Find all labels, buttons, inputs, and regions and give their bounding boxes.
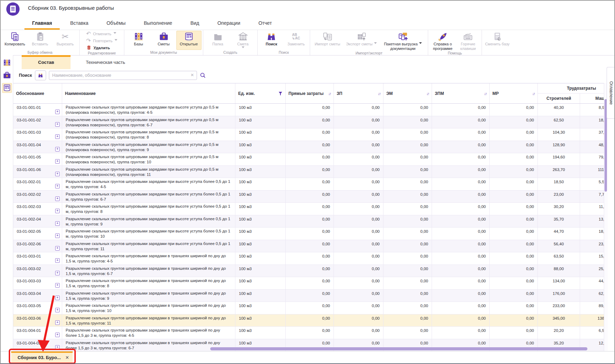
row-name-cell: Разрыхление скальных грунтов шпуровыми з… bbox=[62, 153, 235, 165]
sidebar-bases-icon[interactable] bbox=[2, 58, 12, 68]
row-unit-cell: 100 м3 bbox=[235, 314, 286, 327]
menu-tab-operacii[interactable]: Операции bbox=[208, 16, 249, 30]
table-row[interactable]: 03-01-002-03 + Разрыхление скальных грун… bbox=[13, 203, 604, 215]
table-row[interactable]: 03-01-002-02 + Разрыхление скальных грун… bbox=[13, 191, 604, 203]
expand-plus-icon[interactable]: + bbox=[55, 308, 60, 312]
table-row[interactable]: 03-01-002-04 + Разрыхление скальных грун… bbox=[13, 215, 604, 228]
sidebar-estimates-icon[interactable] bbox=[2, 70, 12, 80]
header-unit[interactable]: Ед. изм. bbox=[235, 83, 286, 103]
row-justification-cell: 03-01-003-02 + bbox=[13, 265, 62, 277]
table-row[interactable]: 03-01-004-01 + Разрыхление скальных грун… bbox=[13, 327, 604, 339]
table-row[interactable]: 03-01-003-05 + Разрыхление скальных грун… bbox=[13, 302, 604, 314]
row-direct-cell: 0,00 bbox=[286, 191, 334, 203]
tab-technical-part[interactable]: Техническая часть bbox=[71, 55, 140, 69]
expand-plus-icon[interactable]: + bbox=[55, 221, 60, 226]
row-machinists-cell: 37,3 bbox=[580, 128, 604, 141]
row-mr-cell: 0,00 bbox=[490, 116, 538, 128]
sort-icon[interactable]: ↓↑ bbox=[426, 91, 429, 96]
close-tab-icon[interactable]: ✕ bbox=[65, 355, 69, 360]
sort-icon[interactable]: ↓↑ bbox=[484, 91, 486, 96]
menu-tab-vid[interactable]: Вид bbox=[181, 16, 208, 30]
expand-plus-icon[interactable]: + bbox=[55, 333, 60, 337]
batch-export-button[interactable]: Пакетная выгрузкадокументации bbox=[379, 31, 426, 51]
expand-plus-icon[interactable]: + bbox=[55, 196, 60, 201]
table-row[interactable]: 03-01-001-06 + Разрыхление скальных грун… bbox=[13, 166, 604, 178]
table-row[interactable]: 03-01-003-02 + Разрыхление скальных грун… bbox=[13, 265, 604, 277]
expand-plus-icon[interactable]: + bbox=[55, 184, 60, 188]
expand-plus-icon[interactable]: + bbox=[55, 233, 60, 238]
sort-icon[interactable]: ↓↑ bbox=[378, 91, 380, 96]
table-row[interactable]: 03-01-001-05 + Разрыхление скальных грун… bbox=[13, 153, 604, 166]
table-row[interactable]: 03-01-002-06 + Разрыхление скальных грун… bbox=[13, 240, 604, 253]
expand-plus-icon[interactable]: + bbox=[55, 320, 60, 325]
expand-plus-icon[interactable]: + bbox=[55, 283, 60, 288]
sidebar-open-documents-icon[interactable] bbox=[2, 83, 12, 93]
clear-search-icon[interactable]: ✕ bbox=[190, 73, 194, 77]
menu-tab-otchet[interactable]: Отчет bbox=[249, 16, 281, 30]
header-name[interactable]: Наименование bbox=[62, 83, 235, 103]
find-button[interactable]: Поиск bbox=[259, 31, 284, 50]
expand-plus-icon[interactable]: + bbox=[55, 296, 60, 300]
menu-tab-vypolnenie[interactable]: Выполнение bbox=[135, 16, 181, 30]
menu-tab-obyomy[interactable]: Объёмы bbox=[97, 16, 135, 30]
expand-plus-icon[interactable]: + bbox=[55, 258, 60, 263]
table-row[interactable]: 03-01-002-01 + Разрыхление скальных грун… bbox=[13, 178, 604, 191]
search-input[interactable] bbox=[49, 71, 197, 80]
expand-plus-icon[interactable]: + bbox=[55, 209, 60, 213]
expand-plus-icon[interactable]: + bbox=[55, 345, 60, 350]
expand-plus-icon[interactable]: + bbox=[55, 110, 60, 114]
header-zp[interactable]: ЗП↓↑ bbox=[334, 83, 383, 103]
open-documents-button[interactable]: Открытые bbox=[176, 31, 202, 50]
delete-button[interactable]: Удалить bbox=[86, 45, 118, 51]
tab-sostav[interactable]: Состав bbox=[22, 55, 71, 69]
header-direct-costs[interactable]: Прямые затраты↓↑ bbox=[286, 83, 334, 103]
table-row[interactable]: 03-01-001-01 + Разрыхление скальных грун… bbox=[13, 104, 604, 116]
copy-button[interactable]: Копировать bbox=[2, 31, 28, 50]
sort-icon[interactable]: ↓↑ bbox=[328, 91, 331, 96]
header-machinists[interactable]: Машин bbox=[580, 94, 604, 103]
row-unit-cell: 100 м3 bbox=[235, 277, 286, 289]
bases-button[interactable]: Базы bbox=[126, 31, 151, 50]
expand-plus-icon[interactable]: + bbox=[55, 134, 60, 139]
expand-plus-icon[interactable]: + bbox=[55, 271, 60, 275]
expand-plus-icon[interactable]: + bbox=[55, 159, 60, 164]
estimates-button[interactable]: Сметы bbox=[151, 31, 176, 50]
table-row[interactable]: 03-01-001-02 + Разрыхление скальных грун… bbox=[13, 116, 604, 129]
row-machinists-cell: 89,5 bbox=[580, 302, 604, 314]
expand-plus-icon[interactable]: + bbox=[55, 147, 60, 151]
header-justification[interactable]: Обоснование bbox=[13, 83, 62, 103]
horizontal-scrollbar-thumb[interactable] bbox=[210, 347, 587, 350]
table-row[interactable]: 03-01-003-03 + Разрыхление скальных грун… bbox=[13, 277, 604, 290]
app-window: Сборник 03. Буровзрывные работы Главная … bbox=[0, 0, 615, 364]
ribbon-group-clipboard: Копировать Вставить ✂ Вырезать Буфер обм… bbox=[1, 30, 80, 55]
search-submit-icon[interactable] bbox=[200, 72, 206, 79]
table-row[interactable]: 03-01-002-05 + Разрыхление скальных грун… bbox=[13, 228, 604, 240]
search-options-button[interactable] bbox=[35, 70, 46, 80]
about-button[interactable]: Справка о программе bbox=[430, 31, 456, 51]
table-row[interactable]: 03-01-003-06 + Разрыхление скальных грун… bbox=[13, 314, 604, 327]
filter-icon[interactable] bbox=[278, 91, 283, 96]
table-row[interactable]: 03-01-003-01 + Разрыхление скальных грун… bbox=[13, 252, 604, 265]
header-zpm[interactable]: ЗПМ↓↑ bbox=[432, 83, 490, 103]
row-machinists-cell: 44,4 bbox=[580, 277, 604, 289]
menu-tab-glavnaya[interactable]: Главная bbox=[23, 16, 61, 30]
expand-plus-icon[interactable]: + bbox=[55, 122, 60, 127]
sort-icon[interactable]: ↓↑ bbox=[532, 91, 535, 96]
tab-table-of-contents[interactable]: Оглавление bbox=[607, 67, 615, 119]
menu-tab-vstavka[interactable]: Вставка bbox=[61, 16, 97, 30]
open-document-tab[interactable]: Сборник 03. Буро... ✕ bbox=[11, 351, 73, 364]
row-builders-cell: 35,70 bbox=[538, 215, 580, 228]
row-builders-cell: 62,50 bbox=[538, 116, 580, 128]
ribbon-group-changebase: Сменить базу bbox=[482, 30, 513, 55]
table-row[interactable]: 03-01-003-04 + Разрыхление скальных грун… bbox=[13, 290, 604, 302]
table-row[interactable]: 03-01-001-03 + Разрыхление скальных грун… bbox=[13, 128, 604, 141]
paste-button: Вставить bbox=[28, 31, 53, 50]
header-mr[interactable]: МР↓↑ bbox=[490, 83, 538, 103]
row-zpm-cell: 0,00 bbox=[432, 128, 490, 141]
expand-plus-icon[interactable]: + bbox=[55, 172, 60, 176]
expand-plus-icon[interactable]: + bbox=[55, 246, 60, 251]
app-logo-icon[interactable] bbox=[6, 2, 20, 16]
table-row[interactable]: 03-01-001-04 + Разрыхление скальных грун… bbox=[13, 141, 604, 154]
header-builders[interactable]: Строителей bbox=[538, 94, 580, 103]
header-em[interactable]: ЭМ↓↑ bbox=[383, 83, 432, 103]
